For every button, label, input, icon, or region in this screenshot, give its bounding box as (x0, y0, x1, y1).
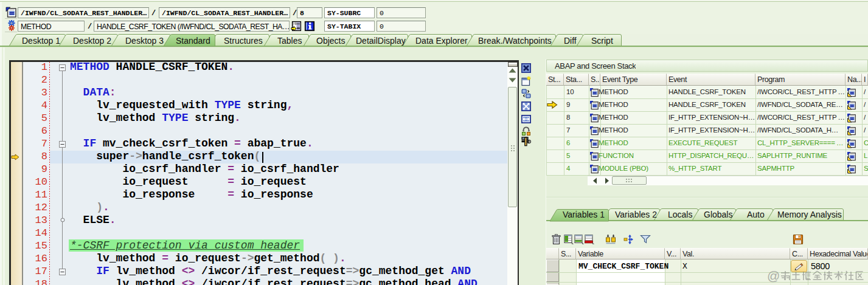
svg-text:@: @ (767, 269, 780, 283)
